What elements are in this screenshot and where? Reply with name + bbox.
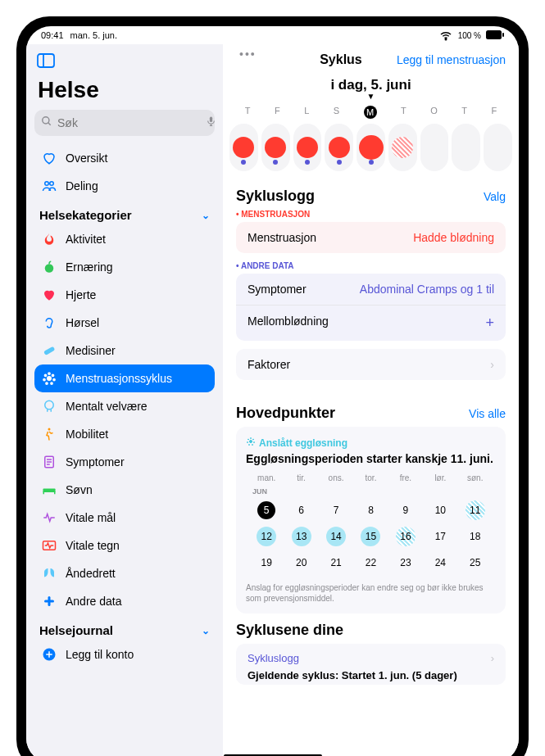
svg-point-39 bbox=[248, 442, 248, 443]
sidebar-item-hjerte[interactable]: Hjerte bbox=[34, 281, 215, 309]
mini-cal-day[interactable]: 16 bbox=[388, 525, 423, 548]
svg-point-0 bbox=[445, 38, 447, 40]
mini-cal-day[interactable]: 11 bbox=[458, 499, 493, 522]
cycle-day[interactable] bbox=[452, 124, 480, 171]
cycle-day[interactable] bbox=[325, 124, 353, 171]
highlight-card[interactable]: Anslått eggløsning Eggløsningsperioden s… bbox=[236, 427, 506, 613]
mini-cal-day[interactable]: 19 bbox=[249, 551, 284, 574]
mini-cal-day[interactable]: 25 bbox=[458, 551, 493, 574]
search-input[interactable] bbox=[34, 110, 215, 136]
cycle-icon bbox=[41, 370, 57, 387]
cycle-day[interactable] bbox=[293, 124, 322, 171]
ecg-icon bbox=[41, 537, 57, 554]
mini-cal-day[interactable]: 18 bbox=[458, 525, 493, 548]
sidebar-item-label: Menstruasjonssyklus bbox=[66, 372, 172, 385]
flame-icon bbox=[41, 231, 57, 247]
sidebar-item-mentalt[interactable]: Mentalt velvære bbox=[34, 392, 215, 420]
factors-row[interactable]: Faktorer › bbox=[236, 349, 506, 380]
svg-point-40 bbox=[248, 439, 249, 440]
mini-cal-header: man.tir.ons.tor.fre.lør.søn. bbox=[246, 473, 496, 487]
sidebar-item-vitale-tegn[interactable]: Vitale tegn bbox=[34, 532, 215, 559]
svg-point-14 bbox=[52, 374, 53, 376]
sidebar-item-aandedrett[interactable]: Åndedrett bbox=[34, 559, 215, 587]
categories-header[interactable]: Helsekategorier ⌄ bbox=[34, 200, 215, 225]
highlight-note: Anslag for eggløsningsperioder kan endre… bbox=[246, 582, 496, 604]
menstruation-row[interactable]: Menstruasjon Hadde blødning bbox=[236, 222, 506, 253]
more-icon[interactable]: ••• bbox=[239, 48, 257, 61]
mini-cal-day[interactable]: 24 bbox=[423, 551, 457, 574]
svg-rect-7 bbox=[210, 117, 212, 123]
mini-cal-day[interactable]: 6 bbox=[284, 499, 318, 522]
sidebar-item-label: Hørsel bbox=[66, 316, 99, 329]
mini-cal-day[interactable]: 20 bbox=[284, 551, 318, 574]
svg-point-34 bbox=[251, 438, 252, 439]
mini-cal-day[interactable]: 22 bbox=[353, 551, 388, 574]
cycle-row[interactable] bbox=[223, 120, 519, 179]
search-icon bbox=[41, 115, 52, 130]
svg-point-37 bbox=[252, 445, 253, 446]
sidebar-item-deling[interactable]: Deling bbox=[34, 172, 215, 200]
mini-cal-day[interactable]: 9 bbox=[388, 499, 423, 522]
sidebar-item-oversikt[interactable]: Oversikt bbox=[34, 144, 215, 172]
sidebar-item-label: Oversikt bbox=[66, 152, 107, 165]
toggle-sidebar-icon[interactable] bbox=[34, 49, 57, 72]
sidebar-item-label: Mobilitet bbox=[66, 428, 108, 441]
mini-cal-day[interactable]: 13 bbox=[284, 525, 318, 548]
mini-cal-day[interactable]: 23 bbox=[388, 551, 423, 574]
sidebar-item-label: Søvn bbox=[66, 483, 93, 496]
sidebar-item-medisiner[interactable]: Medisiner bbox=[34, 337, 215, 364]
symptoms-row[interactable]: Symptomer Abdominal Cramps og 1 til bbox=[236, 274, 506, 306]
svg-point-5 bbox=[43, 117, 49, 124]
sidebar-item-label: Mentalt velvære bbox=[66, 400, 148, 413]
mini-cal-day[interactable]: 5 bbox=[249, 499, 284, 522]
highlights-showall[interactable]: Vis alle bbox=[469, 407, 506, 420]
your-cycles-card[interactable]: Sykluslogg › Gjeldende syklus: Startet 1… bbox=[236, 644, 506, 685]
chevron-right-icon: › bbox=[490, 358, 494, 371]
mini-cal-day[interactable]: 8 bbox=[353, 499, 388, 522]
week-row: TFLSMTOTF bbox=[223, 101, 519, 120]
mini-cal-day[interactable]: 7 bbox=[319, 499, 353, 522]
cycle-day[interactable] bbox=[388, 124, 417, 171]
menstruation-label: MENSTRUASJON bbox=[236, 210, 506, 219]
your-cycles-title: Syklusene dine bbox=[236, 622, 343, 639]
add-period-button[interactable]: Legg til menstruasjon bbox=[397, 53, 506, 66]
sidebar-item-label: Åndedrett bbox=[66, 567, 116, 580]
journal-header[interactable]: Helsejournal ⌄ bbox=[34, 615, 215, 641]
sidebar-item-symptomer[interactable]: Symptomer bbox=[34, 448, 215, 476]
mini-cal-day[interactable]: 17 bbox=[423, 525, 457, 548]
sidebar-item-horsel[interactable]: Hørsel bbox=[34, 309, 215, 337]
pills-icon bbox=[41, 342, 57, 359]
mini-cal-day[interactable]: 14 bbox=[319, 525, 353, 548]
sidebar-item-ernaring[interactable]: Ernæring bbox=[34, 253, 215, 281]
mini-cal-day[interactable]: 12 bbox=[249, 525, 284, 548]
svg-point-21 bbox=[48, 428, 51, 431]
sidebar-item-label: Symptomer bbox=[66, 455, 125, 469]
cycle-day[interactable] bbox=[484, 124, 512, 171]
cycle-day[interactable] bbox=[261, 124, 290, 171]
sidebar-item-sovn[interactable]: Søvn bbox=[34, 476, 215, 504]
svg-point-15 bbox=[53, 378, 55, 380]
svg-point-8 bbox=[45, 182, 49, 186]
sidebar-item-add-account[interactable]: Legg til konto bbox=[34, 641, 215, 668]
vitals-icon bbox=[41, 509, 57, 526]
mini-cal-day[interactable]: 21 bbox=[319, 551, 353, 574]
svg-point-20 bbox=[45, 401, 54, 410]
mic-icon[interactable] bbox=[206, 115, 216, 131]
mini-cal-day[interactable]: 15 bbox=[353, 525, 388, 548]
sidebar-item-aktivitet[interactable]: Aktivitet bbox=[34, 225, 215, 253]
sidebar-item-menstruasjon[interactable]: Menstruasjonssyklus bbox=[34, 364, 215, 392]
svg-point-38 bbox=[249, 445, 250, 446]
cycle-day[interactable] bbox=[420, 124, 449, 171]
plus-data-icon bbox=[41, 593, 57, 609]
cycle-day[interactable] bbox=[357, 124, 385, 171]
sidebar-item-vitale-maal[interactable]: Vitale mål bbox=[34, 504, 215, 532]
cycle-day[interactable] bbox=[229, 124, 258, 171]
sidebar-item-andre-data[interactable]: Andre data bbox=[34, 587, 215, 615]
mini-cal-day[interactable]: 10 bbox=[423, 499, 457, 522]
spotting-row[interactable]: Mellomblødning + bbox=[236, 306, 506, 341]
plus-circle-icon bbox=[41, 646, 57, 663]
cycle-log-options[interactable]: Valg bbox=[484, 190, 506, 203]
status-time: 09:41 bbox=[41, 30, 64, 40]
plus-icon[interactable]: + bbox=[485, 315, 494, 332]
sidebar-item-mobilitet[interactable]: Mobilitet bbox=[34, 420, 215, 448]
